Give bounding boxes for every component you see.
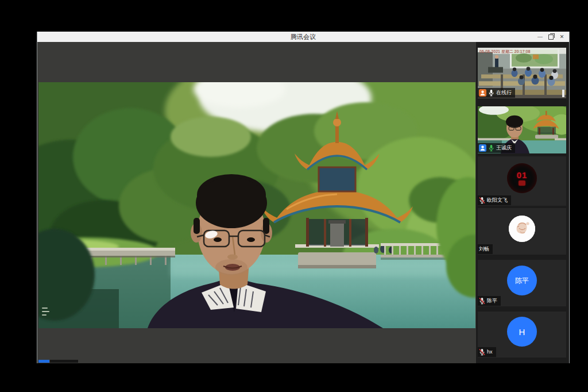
avatar-text: 01 [517, 171, 528, 179]
avatar [509, 216, 535, 242]
mic-on-icon [488, 89, 494, 97]
avatar: H [507, 317, 537, 347]
scrollbar-track-segment [50, 360, 78, 363]
participant-label: hx [478, 347, 496, 357]
window-title: 腾讯会议 [291, 32, 316, 42]
participant-label: 欧阳文飞 [478, 195, 511, 205]
screen-canvas: { "window": { "title": "腾讯会议", "controls… [0, 0, 588, 392]
participants-sidebar: 06-08-2021 星期二 20:17:08 在线行 [476, 42, 569, 363]
participant-label: 陈平 [478, 296, 501, 306]
camera-timestamp: 06-08-2021 星期二 20:17:08 [479, 49, 531, 55]
speaker-video-canvas [38, 82, 475, 328]
maximize-button[interactable] [546, 32, 556, 41]
red-seal-shape [519, 180, 525, 186]
white-bar [562, 90, 564, 97]
participant-label: 在线行 [478, 88, 515, 98]
host-badge-icon [479, 89, 486, 97]
mic-muted-icon [479, 197, 485, 204]
avatar: 01 [507, 163, 537, 193]
minimize-button[interactable]: — [535, 32, 545, 41]
participant-name: 刘畅 [479, 247, 489, 252]
participant-tile-hx[interactable]: H hx [478, 312, 566, 358]
restore-icon [548, 34, 554, 40]
member-badge-icon [479, 144, 486, 152]
avatar-text: 陈平 [515, 277, 529, 284]
participant-name: 陈平 [487, 298, 497, 303]
participant-name: 欧阳文飞 [487, 198, 508, 203]
caption-lines-icon [42, 308, 50, 316]
horizontal-scrollbar[interactable] [37, 359, 476, 363]
close-button[interactable]: ✕ [557, 32, 567, 41]
sketch-avatar-image [509, 216, 535, 242]
participant-name: 王诚庆 [496, 145, 512, 151]
participant-tile-chenping[interactable]: 陈平 陈平 [478, 260, 566, 306]
participant-tile-liuchang[interactable]: 刘畅 [478, 208, 566, 255]
participant-tile-ouyangwenfei[interactable]: 01 欧阳文飞 [478, 156, 566, 206]
participant-tile-wangchengqing[interactable]: 王诚庆 [478, 106, 566, 153]
window-content: 06-08-2021 星期二 20:17:08 在线行 [37, 42, 569, 363]
mic-muted-icon [479, 348, 485, 356]
close-icon: ✕ [560, 34, 564, 40]
scrollbar-thumb[interactable] [38, 360, 49, 363]
meeting-window: 腾讯会议 — ✕ [37, 32, 570, 363]
participant-tile-zaixianxing[interactable]: 06-08-2021 星期二 20:17:08 在线行 [478, 48, 566, 98]
mic-muted-icon [479, 297, 485, 305]
main-speaker-video[interactable] [38, 82, 475, 328]
minimize-icon: — [537, 34, 543, 40]
participant-name: 在线行 [496, 90, 512, 95]
main-stage [37, 42, 476, 363]
avatar: 陈平 [507, 266, 537, 295]
participant-label: 刘畅 [478, 244, 493, 254]
avatar-text: H [519, 328, 525, 336]
window-controls: — ✕ [535, 32, 567, 42]
titlebar: 腾讯会议 — ✕ [37, 32, 569, 42]
mic-speaking-icon [488, 144, 494, 152]
participant-label: 王诚庆 [478, 143, 515, 153]
participant-name: hx [487, 349, 493, 355]
